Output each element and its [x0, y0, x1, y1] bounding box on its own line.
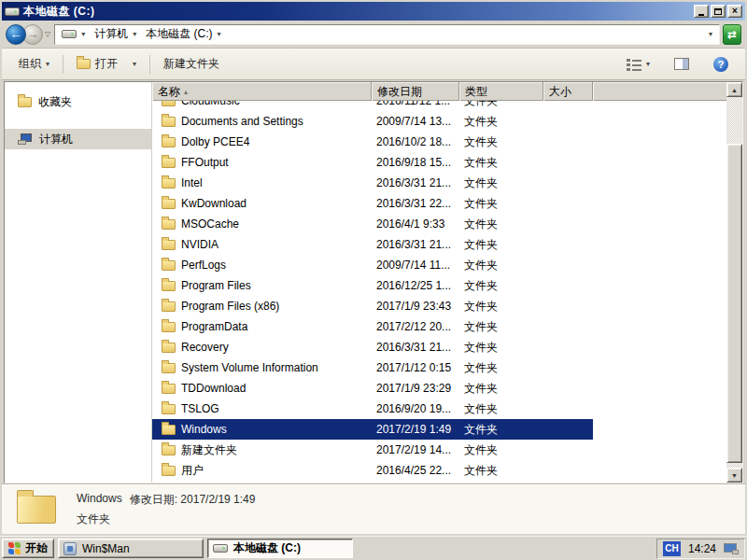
- language-indicator[interactable]: CH: [663, 541, 681, 556]
- file-size: [543, 214, 593, 234]
- file-name: System Volume Information: [181, 357, 318, 378]
- scrollbar-thumb[interactable]: [726, 144, 742, 463]
- start-button[interactable]: 开始: [2, 539, 54, 558]
- file-type: 文件夹: [459, 234, 543, 255]
- file-date: 2016/11/12 1...: [372, 101, 459, 111]
- table-row[interactable]: FFOutput 2016/9/18 15... 文件夹: [152, 152, 593, 173]
- scroll-down-button[interactable]: ▼: [726, 468, 742, 483]
- file-name: PerfLogs: [181, 255, 226, 275]
- maximize-button[interactable]: [711, 5, 726, 18]
- folder-icon: [162, 101, 176, 106]
- open-button[interactable]: 打开: [69, 51, 125, 77]
- details-modified-date: 修改日期: 2017/2/19 1:49: [130, 492, 256, 508]
- restore-icon: [714, 8, 722, 15]
- column-header-name[interactable]: 名称 ▴: [152, 82, 372, 101]
- scroll-up-button[interactable]: ▲: [726, 82, 742, 97]
- file-size: [543, 173, 593, 193]
- table-row[interactable]: Program Files (x86) 2017/1/9 23:43 文件夹: [152, 296, 593, 316]
- folder-icon: [162, 425, 176, 435]
- table-row[interactable]: 用户 2016/4/25 22... 文件夹: [152, 460, 593, 481]
- file-date: 2017/1/12 0:15: [372, 357, 459, 378]
- table-row[interactable]: Program Files 2016/12/25 1... 文件夹: [152, 275, 593, 296]
- address-bar: ← → ▽ ▾ 计算机 ▾ 本地磁盘 (C:) ▾ ▾ ⇄: [2, 21, 745, 49]
- table-row[interactable]: Windows 2017/2/19 1:49 文件夹: [152, 419, 593, 440]
- breadcrumb-label: 本地磁盘 (C:): [146, 26, 212, 42]
- taskbar-clock[interactable]: 14:24: [688, 542, 716, 555]
- breadcrumb-drive-button[interactable]: ▾: [58, 25, 91, 44]
- file-name: NVIDIA: [181, 234, 218, 255]
- table-row[interactable]: CloudMusic 2016/11/12 1... 文件夹: [152, 101, 593, 111]
- sidebar-item-computer[interactable]: 计算机: [5, 129, 151, 149]
- column-header-size[interactable]: 大小: [543, 82, 593, 101]
- vertical-scrollbar[interactable]: ▲ ▼: [726, 82, 742, 483]
- chevron-down-icon: ▾: [79, 30, 87, 38]
- table-row[interactable]: Intel 2016/3/31 21... 文件夹: [152, 173, 593, 193]
- folder-icon: [162, 219, 176, 230]
- table-row[interactable]: PerfLogs 2009/7/14 11... 文件夹: [152, 255, 593, 275]
- table-row[interactable]: TSLOG 2016/9/20 19... 文件夹: [152, 399, 593, 419]
- toolbar-separator: [149, 55, 150, 74]
- breadcrumb[interactable]: ▾ 计算机 ▾ 本地磁盘 (C:) ▾ ▾: [54, 24, 720, 45]
- file-type: 文件夹: [459, 357, 543, 378]
- column-label: 修改日期: [377, 84, 422, 100]
- address-dropdown-icon[interactable]: ▾: [705, 30, 716, 38]
- list-view-icon: [627, 58, 641, 71]
- column-label: 类型: [465, 84, 487, 100]
- table-row[interactable]: NVIDIA 2016/3/31 21... 文件夹: [152, 234, 593, 255]
- views-button[interactable]: ▾: [619, 53, 657, 76]
- back-button[interactable]: ←: [6, 24, 26, 45]
- open-label: 打开: [95, 56, 118, 72]
- file-date: 2016/3/31 21...: [372, 234, 459, 255]
- file-size: [543, 399, 593, 419]
- task-label: Win$Man: [82, 542, 130, 555]
- taskbar-task-local-disk[interactable]: 本地磁盘 (C:): [207, 539, 353, 558]
- table-row[interactable]: System Volume Information 2017/1/12 0:15…: [152, 357, 593, 378]
- preview-pane-button[interactable]: [667, 53, 697, 75]
- column-header-date[interactable]: 修改日期: [372, 82, 459, 101]
- help-glyph: ?: [718, 59, 725, 70]
- file-date: 2016/3/31 21...: [372, 337, 459, 357]
- folder-icon: [162, 117, 176, 127]
- refresh-button[interactable]: ⇄: [723, 24, 741, 45]
- table-row[interactable]: KwDownload 2016/3/31 22... 文件夹: [152, 193, 593, 214]
- file-date: 2017/2/12 20...: [372, 316, 459, 337]
- folder-icon: [162, 445, 176, 455]
- table-row[interactable]: MSOCache 2016/4/1 9:33 文件夹: [152, 214, 593, 234]
- new-folder-button[interactable]: 新建文件夹: [156, 51, 227, 77]
- breadcrumb-item-computer[interactable]: 计算机 ▾: [91, 25, 142, 44]
- folder-icon: [162, 404, 176, 414]
- organize-label: 组织: [19, 56, 41, 72]
- breadcrumb-label: 计算机: [94, 26, 128, 42]
- help-button[interactable]: ?: [706, 52, 736, 77]
- disk-icon: [5, 7, 20, 16]
- taskbar-task-winsman[interactable]: Win$Man: [58, 539, 204, 558]
- file-size: [543, 193, 593, 214]
- organize-button[interactable]: 组织 ▾: [11, 51, 57, 77]
- table-row[interactable]: Recovery 2016/3/31 21... 文件夹: [152, 337, 593, 357]
- folder-icon: [162, 137, 176, 147]
- table-row[interactable]: Documents and Settings 2009/7/14 13... 文…: [152, 111, 593, 132]
- table-row[interactable]: Dolby PCEE4 2016/10/2 18... 文件夹: [152, 132, 593, 152]
- table-row[interactable]: ProgramData 2017/2/12 20... 文件夹: [152, 316, 593, 337]
- history-chevron-icon[interactable]: ▽: [45, 30, 50, 38]
- file-date: 2017/2/19 1:49: [372, 419, 459, 440]
- close-button[interactable]: ×: [727, 5, 742, 18]
- breadcrumb-item-local-disk[interactable]: 本地磁盘 (C:) ▾: [142, 25, 226, 44]
- folder-icon: [162, 158, 176, 168]
- file-date: 2016/3/31 21...: [372, 173, 459, 193]
- table-row[interactable]: TDDownload 2017/1/9 23:29 文件夹: [152, 378, 593, 399]
- open-dropdown-button[interactable]: ▾: [125, 55, 144, 73]
- file-type: 文件夹: [459, 152, 543, 173]
- minimize-button[interactable]: [694, 5, 709, 18]
- explorer-window: 本地磁盘 (C:) × ← → ▽ ▾ 计算机 ▾ 本地磁盘 (C:) ▾ ▾: [0, 0, 747, 536]
- file-size: [543, 357, 593, 378]
- folder-icon: [162, 363, 176, 373]
- chevron-down-icon: ▾: [46, 60, 49, 68]
- column-header-type[interactable]: 类型: [459, 82, 543, 101]
- table-row[interactable]: 新建文件夹 2017/2/19 14... 文件夹: [152, 440, 593, 460]
- network-tray-icon[interactable]: [724, 543, 739, 554]
- titlebar[interactable]: 本地磁盘 (C:) ×: [2, 2, 745, 21]
- file-name: 用户: [181, 460, 204, 481]
- sidebar-item-favorites[interactable]: 收藏夹: [5, 91, 151, 112]
- file-type: 文件夹: [459, 214, 543, 234]
